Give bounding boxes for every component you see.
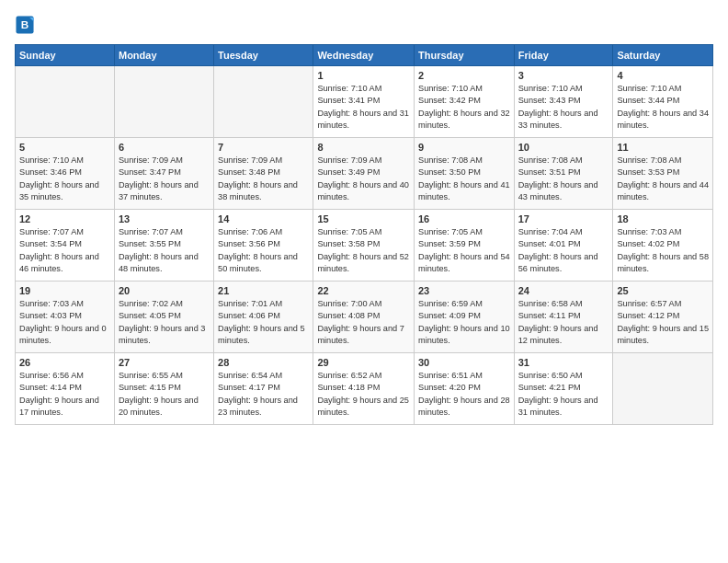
day-info: Sunrise: 7:05 AMSunset: 3:59 PMDaylight:…: [418, 226, 510, 275]
day-info: Sunrise: 7:10 AMSunset: 3:44 PMDaylight:…: [617, 83, 709, 132]
day-info: Sunrise: 7:08 AMSunset: 3:51 PMDaylight:…: [518, 155, 609, 203]
daylight: Daylight: 8 hours and 34 minutes.: [617, 109, 709, 130]
day-number: 8: [317, 142, 410, 153]
daylight: Daylight: 9 hours and 5 minutes.: [218, 324, 305, 345]
sunrise: Sunrise: 7:10 AM: [317, 84, 381, 93]
sunrise: Sunrise: 7:10 AM: [617, 84, 681, 93]
daylight: Daylight: 9 hours and 31 minutes.: [518, 396, 598, 417]
sunrise: Sunrise: 7:05 AM: [317, 227, 381, 236]
day-info: Sunrise: 7:07 AMSunset: 3:55 PMDaylight:…: [119, 226, 210, 275]
calendar-cell: [214, 66, 313, 138]
daylight: Daylight: 8 hours and 52 minutes.: [317, 252, 409, 273]
sunrise: Sunrise: 6:59 AM: [418, 299, 483, 308]
sunrise: Sunrise: 7:05 AM: [418, 227, 483, 236]
day-number: 29: [317, 357, 410, 368]
logo-icon: B: [15, 15, 35, 35]
calendar-cell: 22Sunrise: 7:00 AMSunset: 4:08 PMDayligh…: [313, 282, 415, 353]
day-number: 23: [418, 285, 510, 296]
calendar-cell: 2Sunrise: 7:10 AMSunset: 3:42 PMDaylight…: [415, 66, 515, 138]
sunrise: Sunrise: 6:52 AM: [317, 371, 381, 380]
calendar-cell: [114, 66, 213, 138]
day-number: 15: [317, 213, 410, 224]
calendar-cell: 15Sunrise: 7:05 AMSunset: 3:58 PMDayligh…: [313, 210, 415, 282]
sunrise: Sunrise: 7:09 AM: [317, 155, 381, 165]
day-info: Sunrise: 6:50 AMSunset: 4:21 PMDaylight:…: [518, 370, 609, 419]
svg-text:B: B: [21, 18, 28, 30]
day-info: Sunrise: 6:55 AMSunset: 4:15 PMDaylight:…: [119, 370, 210, 419]
daylight: Daylight: 9 hours and 20 minutes.: [119, 396, 199, 417]
daylight: Daylight: 9 hours and 7 minutes.: [317, 324, 404, 345]
weekday-header: Friday: [514, 45, 613, 66]
sunset: Sunset: 3:47 PM: [119, 167, 181, 177]
day-number: 12: [19, 213, 110, 224]
calendar-cell: 20Sunrise: 7:02 AMSunset: 4:05 PMDayligh…: [114, 282, 213, 353]
sunrise: Sunrise: 7:08 AM: [518, 155, 583, 165]
sunset: Sunset: 4:15 PM: [119, 383, 181, 392]
day-number: 18: [617, 213, 709, 224]
sunset: Sunset: 3:49 PM: [317, 167, 380, 177]
daylight: Daylight: 9 hours and 12 minutes.: [518, 324, 598, 345]
sunrise: Sunrise: 7:00 AM: [317, 299, 381, 308]
day-number: 30: [418, 357, 510, 368]
daylight: Daylight: 8 hours and 38 minutes.: [218, 180, 298, 201]
weekday-header: Thursday: [415, 45, 515, 66]
calendar-cell: 10Sunrise: 7:08 AMSunset: 3:51 PMDayligh…: [514, 138, 613, 210]
weekday-header: Sunday: [16, 45, 115, 66]
daylight: Daylight: 8 hours and 32 minutes.: [418, 109, 510, 130]
calendar-week-row: 5Sunrise: 7:10 AMSunset: 3:46 PMDaylight…: [16, 138, 713, 210]
sunset: Sunset: 3:53 PM: [617, 167, 679, 177]
sunrise: Sunrise: 7:06 AM: [218, 227, 282, 236]
day-info: Sunrise: 6:56 AMSunset: 4:14 PMDaylight:…: [19, 370, 110, 419]
sunset: Sunset: 3:41 PM: [317, 96, 380, 105]
day-number: 28: [218, 357, 309, 368]
sunset: Sunset: 3:51 PM: [518, 167, 581, 177]
weekday-header: Monday: [114, 45, 213, 66]
calendar-week-row: 1Sunrise: 7:10 AMSunset: 3:41 PMDaylight…: [16, 66, 713, 138]
daylight: Daylight: 8 hours and 54 minutes.: [418, 252, 510, 273]
daylight: Daylight: 8 hours and 46 minutes.: [19, 252, 99, 273]
calendar-cell: 29Sunrise: 6:52 AMSunset: 4:18 PMDayligh…: [313, 353, 415, 425]
sunrise: Sunrise: 6:57 AM: [617, 299, 681, 308]
day-number: 11: [617, 142, 709, 153]
day-info: Sunrise: 6:52 AMSunset: 4:18 PMDaylight:…: [317, 370, 410, 419]
calendar-cell: 31Sunrise: 6:50 AMSunset: 4:21 PMDayligh…: [514, 353, 613, 425]
logo: B: [15, 15, 39, 35]
calendar-cell: 8Sunrise: 7:09 AMSunset: 3:49 PMDaylight…: [313, 138, 415, 210]
day-info: Sunrise: 7:09 AMSunset: 3:49 PMDaylight:…: [317, 155, 410, 203]
sunset: Sunset: 3:48 PM: [218, 167, 280, 177]
daylight: Daylight: 8 hours and 40 minutes.: [317, 180, 409, 201]
daylight: Daylight: 8 hours and 44 minutes.: [617, 180, 709, 201]
day-info: Sunrise: 7:09 AMSunset: 3:47 PMDaylight:…: [119, 155, 210, 203]
day-number: 24: [518, 285, 609, 296]
daylight: Daylight: 9 hours and 17 minutes.: [19, 396, 99, 417]
daylight: Daylight: 8 hours and 33 minutes.: [518, 109, 598, 130]
sunrise: Sunrise: 7:03 AM: [19, 299, 84, 308]
calendar-cell: 28Sunrise: 6:54 AMSunset: 4:17 PMDayligh…: [214, 353, 313, 425]
day-info: Sunrise: 7:08 AMSunset: 3:50 PMDaylight:…: [418, 155, 510, 203]
calendar-cell: 30Sunrise: 6:51 AMSunset: 4:20 PMDayligh…: [415, 353, 515, 425]
calendar-cell: 11Sunrise: 7:08 AMSunset: 3:53 PMDayligh…: [613, 138, 713, 210]
calendar-cell: 4Sunrise: 7:10 AMSunset: 3:44 PMDaylight…: [613, 66, 713, 138]
calendar-cell: [613, 353, 713, 425]
daylight: Daylight: 9 hours and 0 minutes.: [19, 324, 107, 345]
page: B SundayMondayTuesdayWednesdayThursdayFr…: [0, 0, 728, 563]
calendar-cell: 1Sunrise: 7:10 AMSunset: 3:41 PMDaylight…: [313, 66, 415, 138]
daylight: Daylight: 9 hours and 3 minutes.: [119, 324, 206, 345]
day-info: Sunrise: 7:02 AMSunset: 4:05 PMDaylight:…: [119, 298, 210, 347]
sunset: Sunset: 4:17 PM: [218, 383, 280, 392]
sunset: Sunset: 4:01 PM: [518, 239, 581, 248]
sunset: Sunset: 3:42 PM: [418, 96, 481, 105]
day-number: 21: [218, 285, 309, 296]
sunset: Sunset: 4:09 PM: [418, 311, 481, 320]
calendar-cell: 25Sunrise: 6:57 AMSunset: 4:12 PMDayligh…: [613, 282, 713, 353]
sunrise: Sunrise: 6:54 AM: [218, 371, 282, 380]
sunset: Sunset: 3:55 PM: [119, 239, 181, 248]
header: B: [15, 15, 713, 35]
sunset: Sunset: 3:59 PM: [418, 239, 481, 248]
daylight: Daylight: 8 hours and 58 minutes.: [617, 252, 709, 273]
calendar-cell: 27Sunrise: 6:55 AMSunset: 4:15 PMDayligh…: [114, 353, 213, 425]
sunrise: Sunrise: 7:01 AM: [218, 299, 282, 308]
day-number: 6: [119, 142, 210, 153]
day-number: 7: [218, 142, 309, 153]
daylight: Daylight: 8 hours and 43 minutes.: [518, 180, 598, 201]
